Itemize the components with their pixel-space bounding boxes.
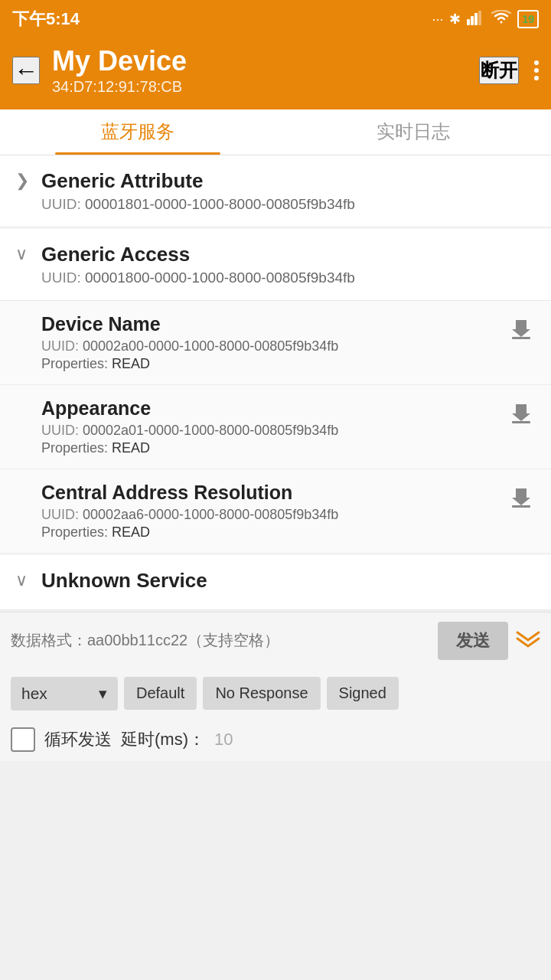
svg-rect-2 (474, 13, 478, 25)
svg-rect-5 (512, 337, 530, 339)
svg-rect-0 (467, 19, 470, 25)
service-info: Generic Access UUID: 00001800-0000-1000-… (41, 243, 536, 286)
char-properties: Properties: READ (41, 524, 497, 541)
char-uuid: UUID: 00002a00-0000-1000-8000-00805f9b34… (41, 338, 497, 354)
disconnect-button[interactable]: 断开 (479, 57, 519, 84)
service-list: ❯ Generic Attribute UUID: 00001801-0000-… (0, 155, 551, 610)
bottom-panel: 发送 hex ▾ Default No Response Signed 循环发送… (0, 612, 551, 761)
send-button[interactable]: 发送 (438, 622, 508, 660)
service-generic-access-header[interactable]: ∨ Generic Access UUID: 00001800-0000-100… (0, 229, 551, 301)
status-time: 下午5:14 (12, 8, 80, 31)
characteristic-device-name: Device Name UUID: 00002a00-0000-1000-800… (0, 301, 551, 385)
chevron-right-icon: ❯ (15, 172, 31, 189)
more-menu-button[interactable] (534, 60, 539, 80)
characteristic-appearance: Appearance UUID: 00002a01-0000-1000-8000… (0, 385, 551, 469)
service-name: Unknown Service (41, 569, 536, 593)
device-name-title: My Device (52, 46, 479, 77)
dropdown-arrow-icon: ▾ (99, 684, 107, 703)
uuid-label: UUID: (41, 270, 85, 286)
top-bar: ← My Device 34:D7:12:91:78:CB 断开 (0, 38, 551, 109)
char-info: Appearance UUID: 00002a01-0000-1000-8000… (41, 397, 497, 456)
chevron-down-icon: ∨ (15, 246, 31, 263)
service-info: Unknown Service (41, 569, 536, 596)
title-area: My Device 34:D7:12:91:78:CB (52, 46, 479, 96)
download-icon[interactable] (510, 400, 533, 429)
characteristic-central-address: Central Address Resolution UUID: 00002aa… (0, 469, 551, 554)
svg-rect-7 (512, 421, 530, 423)
status-bar: 下午5:14 ··· ✱ 19 (0, 0, 551, 38)
svg-marker-8 (512, 488, 530, 505)
svg-rect-3 (478, 11, 481, 25)
char-properties: Properties: READ (41, 440, 497, 456)
data-input-row: 发送 (0, 612, 551, 669)
wifi-icon (491, 10, 511, 29)
format-select[interactable]: hex ▾ (11, 677, 118, 710)
chevron-down-icon: ∨ (15, 572, 31, 589)
bluetooth-icon: ✱ (449, 11, 461, 28)
response-no-response-button[interactable]: No Response (203, 677, 320, 710)
char-uuid: UUID: 00002a01-0000-1000-8000-00805f9b34… (41, 423, 497, 439)
svg-rect-9 (512, 505, 530, 508)
service-generic-attribute-header[interactable]: ❯ Generic Attribute UUID: 00001801-0000-… (0, 155, 551, 227)
back-button[interactable]: ← (12, 57, 40, 84)
format-row: hex ▾ Default No Response Signed (0, 669, 551, 718)
char-name: Device Name (41, 313, 497, 335)
svg-marker-6 (512, 404, 530, 421)
loop-row: 循环发送 延时(ms)： 10 (0, 718, 551, 761)
service-name: Generic Access (41, 243, 536, 266)
tab-bar: 蓝牙服务 实时日志 (0, 109, 551, 155)
svg-rect-1 (471, 16, 474, 25)
char-info: Central Address Resolution UUID: 00002aa… (41, 482, 497, 541)
service-uuid: UUID: 00001801-0000-1000-8000-00805f9b34… (41, 196, 536, 213)
signal-dots-icon: ··· (432, 11, 443, 28)
tab-realtime-log[interactable]: 实时日志 (276, 109, 551, 155)
response-signed-button[interactable]: Signed (327, 677, 399, 710)
response-default-button[interactable]: Default (124, 677, 197, 710)
delay-label: 延时(ms)： (121, 728, 205, 751)
char-name: Appearance (41, 397, 497, 420)
service-generic-access: ∨ Generic Access UUID: 00001800-0000-100… (0, 229, 551, 554)
expand-panel-button[interactable] (516, 629, 540, 652)
svg-marker-4 (512, 320, 530, 337)
download-icon[interactable] (510, 485, 533, 513)
service-generic-attribute: ❯ Generic Attribute UUID: 00001801-0000-… (0, 155, 551, 227)
tab-bluetooth-service[interactable]: 蓝牙服务 (0, 109, 276, 155)
char-uuid: UUID: 00002aa6-0000-1000-8000-00805f9b34… (41, 507, 497, 523)
service-uuid: UUID: 00001800-0000-1000-8000-00805f9b34… (41, 270, 536, 286)
device-address: 34:D7:12:91:78:CB (52, 78, 479, 96)
data-input[interactable] (11, 629, 430, 652)
signal-icon (467, 10, 485, 29)
download-icon[interactable] (510, 316, 533, 345)
service-unknown-header[interactable]: ∨ Unknown Service (0, 555, 551, 610)
char-properties: Properties: READ (41, 356, 497, 372)
delay-value: 10 (214, 730, 233, 750)
loop-send-checkbox[interactable] (11, 727, 35, 752)
format-value: hex (21, 684, 47, 703)
service-info: Generic Attribute UUID: 00001801-0000-10… (41, 169, 536, 213)
service-unknown: ∨ Unknown Service (0, 555, 551, 610)
service-name: Generic Attribute (41, 169, 536, 193)
uuid-label: UUID: (41, 196, 85, 212)
char-name: Central Address Resolution (41, 482, 497, 504)
status-icons: ··· ✱ 19 (432, 10, 539, 29)
loop-send-label: 循环发送 (44, 728, 112, 751)
battery-icon: 19 (517, 10, 539, 28)
char-info: Device Name UUID: 00002a00-0000-1000-800… (41, 313, 497, 372)
